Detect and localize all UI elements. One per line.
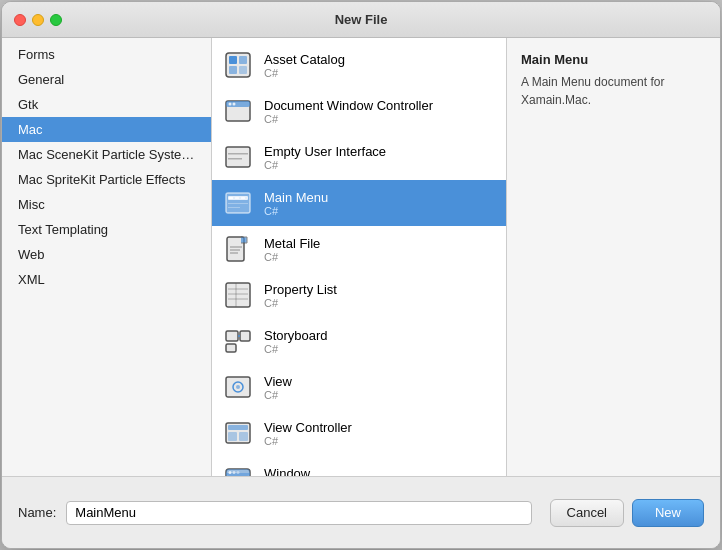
- sidebar-item-mac-spritekit[interactable]: Mac SpriteKit Particle Effects: [2, 167, 211, 192]
- sidebar-item-misc[interactable]: Misc: [2, 192, 211, 217]
- detail-panel: Main Menu A Main Menu document for Xamai…: [507, 38, 720, 476]
- svg-point-44: [237, 471, 240, 474]
- svg-point-34: [236, 385, 240, 389]
- file-item-storyboard[interactable]: StoryboardC#: [212, 318, 506, 364]
- new-button[interactable]: New: [632, 499, 704, 527]
- file-subtitle: C#: [264, 297, 337, 309]
- file-subtitle: C#: [264, 113, 433, 125]
- file-item-view-controller[interactable]: View ControllerC#: [212, 410, 506, 456]
- svg-point-42: [229, 471, 232, 474]
- file-list: Asset CatalogC# Document Window Controll…: [212, 38, 507, 476]
- svg-point-43: [233, 471, 236, 474]
- main-content: FormsGeneralGtkMacMac SceneKit Particle …: [2, 38, 720, 476]
- traffic-lights: [14, 14, 62, 26]
- file-title: Metal File: [264, 236, 320, 251]
- sidebar-item-general[interactable]: General: [2, 67, 211, 92]
- name-label: Name:: [18, 505, 56, 520]
- file-icon-main-menu: [222, 187, 254, 219]
- svg-rect-15: [235, 197, 239, 199]
- detail-description: A Main Menu document for Xamain.Mac.: [521, 73, 706, 109]
- svg-rect-38: [239, 432, 248, 441]
- svg-point-7: [229, 103, 232, 106]
- name-input[interactable]: [66, 501, 531, 525]
- svg-rect-16: [241, 197, 245, 199]
- svg-rect-17: [228, 203, 248, 204]
- svg-rect-30: [226, 344, 236, 352]
- minimize-button[interactable]: [32, 14, 44, 26]
- file-subtitle: C#: [264, 251, 320, 263]
- svg-rect-23: [226, 283, 250, 307]
- sidebar: FormsGeneralGtkMacMac SceneKit Particle …: [2, 38, 212, 476]
- svg-rect-14: [229, 197, 233, 199]
- close-button[interactable]: [14, 14, 26, 26]
- file-icon-doc-window-ctrl: [222, 95, 254, 127]
- svg-rect-36: [228, 425, 248, 430]
- svg-rect-4: [239, 66, 247, 74]
- maximize-button[interactable]: [50, 14, 62, 26]
- svg-rect-29: [240, 331, 250, 341]
- file-item-metal-file[interactable]: Metal FileC#: [212, 226, 506, 272]
- file-item-property-list[interactable]: Property ListC#: [212, 272, 506, 318]
- sidebar-item-mac[interactable]: Mac: [2, 117, 211, 142]
- titlebar: New File: [2, 2, 720, 38]
- file-icon-window: [222, 463, 254, 476]
- svg-point-8: [233, 103, 236, 106]
- file-item-main-menu[interactable]: Main MenuC#: [212, 180, 506, 226]
- svg-rect-18: [228, 207, 240, 208]
- detail-title: Main Menu: [521, 52, 706, 67]
- svg-rect-28: [226, 331, 238, 341]
- svg-rect-2: [239, 56, 247, 64]
- file-subtitle: C#: [264, 205, 328, 217]
- file-icon-property-list: [222, 279, 254, 311]
- file-subtitle: C#: [264, 389, 292, 401]
- file-title: Document Window Controller: [264, 98, 433, 113]
- sidebar-item-xml[interactable]: XML: [2, 267, 211, 292]
- sidebar-item-web[interactable]: Web: [2, 242, 211, 267]
- file-item-doc-window-ctrl[interactable]: Document Window ControllerC#: [212, 88, 506, 134]
- cancel-button[interactable]: Cancel: [550, 499, 624, 527]
- svg-rect-37: [228, 432, 237, 441]
- file-item-window[interactable]: WindowC#: [212, 456, 506, 476]
- window-title: New File: [335, 12, 388, 27]
- file-item-view[interactable]: ViewC#: [212, 364, 506, 410]
- file-title: Asset Catalog: [264, 52, 345, 67]
- file-item-empty-ui[interactable]: Empty User InterfaceC#: [212, 134, 506, 180]
- file-title: Window: [264, 466, 310, 477]
- file-icon-metal-file: [222, 233, 254, 265]
- file-icon-view: [222, 371, 254, 403]
- file-title: View: [264, 374, 292, 389]
- file-item-asset-catalog[interactable]: Asset CatalogC#: [212, 42, 506, 88]
- file-title: Property List: [264, 282, 337, 297]
- svg-rect-1: [229, 56, 237, 64]
- svg-rect-11: [228, 158, 242, 160]
- svg-rect-10: [228, 153, 248, 155]
- sidebar-item-forms[interactable]: Forms: [2, 42, 211, 67]
- file-title: Storyboard: [264, 328, 328, 343]
- file-icon-view-controller: [222, 417, 254, 449]
- file-subtitle: C#: [264, 343, 328, 355]
- svg-rect-9: [226, 147, 250, 167]
- file-title: Empty User Interface: [264, 144, 386, 159]
- button-group: Cancel New: [550, 499, 704, 527]
- file-subtitle: C#: [264, 159, 386, 171]
- sidebar-item-mac-scenekit[interactable]: Mac SceneKit Particle Systems: [2, 142, 211, 167]
- file-icon-empty-ui: [222, 141, 254, 173]
- file-icon-asset-catalog: [222, 49, 254, 81]
- file-title: Main Menu: [264, 190, 328, 205]
- bottom-bar: Name: Cancel New: [2, 476, 720, 548]
- new-file-window: New File FormsGeneralGtkMacMac SceneKit …: [1, 1, 721, 549]
- file-subtitle: C#: [264, 435, 352, 447]
- svg-rect-3: [229, 66, 237, 74]
- sidebar-item-gtk[interactable]: Gtk: [2, 92, 211, 117]
- sidebar-item-text-templating[interactable]: Text Templating: [2, 217, 211, 242]
- file-subtitle: C#: [264, 67, 345, 79]
- file-icon-storyboard: [222, 325, 254, 357]
- file-title: View Controller: [264, 420, 352, 435]
